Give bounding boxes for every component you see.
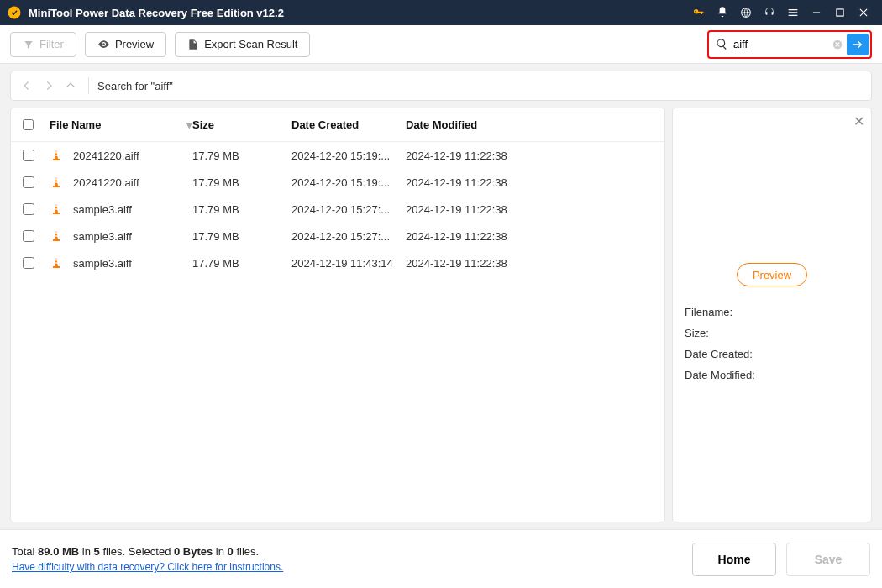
- globe-icon[interactable]: [734, 0, 758, 25]
- selected-bytes: 0 Bytes: [174, 545, 213, 558]
- maximize-icon[interactable]: [828, 0, 852, 25]
- breadcrumb: Search for "aiff": [97, 80, 173, 92]
- svg-point-5: [102, 43, 105, 45]
- svg-rect-8: [55, 152, 58, 153]
- file-modified: 2024-12-19 11:22:38: [406, 150, 549, 162]
- search-input[interactable]: [728, 38, 830, 50]
- svg-rect-9: [55, 155, 58, 155]
- table-row[interactable]: 20241220.aiff17.79 MB2024-12-20 15:19:..…: [11, 142, 664, 169]
- key-icon[interactable]: [687, 0, 711, 25]
- search-box: [707, 30, 872, 59]
- status-bar: Total 89.0 MB in 5 files. Selected 0 Byt…: [0, 529, 882, 588]
- menu-icon[interactable]: [781, 0, 805, 25]
- svg-rect-21: [55, 262, 58, 263]
- close-icon[interactable]: [852, 0, 875, 25]
- detail-modified-label: Date Modified:: [685, 369, 859, 381]
- export-icon: [187, 39, 199, 50]
- row-checkbox[interactable]: [23, 203, 34, 215]
- row-checkbox[interactable]: [23, 257, 34, 269]
- filter-icon: [23, 39, 34, 50]
- export-scan-result-button[interactable]: Export Scan Result: [175, 32, 310, 57]
- media-file-icon: [50, 176, 63, 189]
- bell-icon[interactable]: [711, 0, 734, 25]
- file-size: 17.79 MB: [192, 230, 291, 243]
- toolbar: Filter Preview Export Scan Result: [0, 25, 882, 64]
- file-created: 2024-12-20 15:27:...: [291, 203, 406, 216]
- file-size: 17.79 MB: [192, 257, 291, 270]
- home-button[interactable]: Home: [692, 543, 776, 576]
- select-all-checkbox[interactable]: [23, 119, 34, 130]
- file-name: sample3.aiff: [73, 257, 132, 270]
- file-modified: 2024-12-19 11:22:38: [406, 257, 549, 270]
- file-name: 20241220.aiff: [73, 176, 139, 189]
- svg-rect-3: [813, 12, 820, 13]
- file-name: sample3.aiff: [73, 230, 132, 243]
- preview-label: Preview: [115, 38, 154, 50]
- svg-rect-10: [53, 186, 60, 187]
- file-size: 17.79 MB: [192, 176, 291, 189]
- search-go-button[interactable]: [847, 34, 869, 55]
- minimize-icon[interactable]: [805, 0, 828, 25]
- total-prefix: Total: [12, 545, 38, 558]
- file-created: 2024-12-20 15:19:...: [291, 176, 406, 189]
- selected-files: 0: [228, 545, 234, 558]
- total-size: 89.0 MB: [38, 545, 79, 558]
- eye-icon: [97, 38, 110, 50]
- media-file-icon: [50, 229, 63, 243]
- titlebar: MiniTool Power Data Recovery Free Editio…: [0, 0, 882, 25]
- svg-rect-20: [55, 260, 58, 260]
- detail-size-label: Size:: [685, 327, 859, 339]
- svg-point-0: [8, 7, 21, 19]
- column-header-size[interactable]: Size: [192, 118, 291, 131]
- detail-preview-button[interactable]: Preview: [737, 263, 807, 286]
- svg-rect-18: [55, 235, 58, 236]
- app-title: MiniTool Power Data Recovery Free Editio…: [29, 7, 284, 19]
- table-row[interactable]: sample3.aiff17.79 MB2024-12-20 15:27:...…: [11, 196, 664, 223]
- filter-button[interactable]: Filter: [10, 32, 76, 57]
- svg-rect-15: [55, 208, 58, 209]
- file-modified: 2024-12-19 11:22:38: [406, 230, 549, 243]
- help-link[interactable]: Have difficulty with data recovery? Clic…: [12, 561, 283, 573]
- preview-button[interactable]: Preview: [85, 32, 166, 57]
- breadcrumb-bar: Search for "aiff": [10, 71, 872, 101]
- app-logo-icon: [7, 5, 22, 20]
- file-name: 20241220.aiff: [73, 150, 139, 162]
- detail-created-label: Date Created:: [685, 348, 859, 360]
- filter-label: Filter: [39, 38, 64, 50]
- svg-rect-11: [55, 179, 58, 180]
- nav-up-icon[interactable]: [61, 76, 80, 95]
- svg-rect-17: [55, 233, 58, 234]
- media-file-icon: [50, 202, 63, 216]
- row-checkbox[interactable]: [23, 230, 34, 242]
- media-file-icon: [50, 256, 63, 270]
- svg-rect-4: [837, 9, 843, 16]
- media-file-icon: [50, 149, 63, 162]
- file-modified: 2024-12-19 11:22:38: [406, 203, 549, 216]
- table-row[interactable]: sample3.aiff17.79 MB2024-12-20 15:27:...…: [11, 223, 664, 249]
- column-header-created[interactable]: Date Created: [291, 118, 406, 131]
- column-header-modified[interactable]: Date Modified: [406, 118, 549, 131]
- save-button[interactable]: Save: [786, 543, 870, 576]
- file-size: 17.79 MB: [192, 203, 291, 216]
- nav-forward-icon[interactable]: [39, 76, 58, 95]
- svg-point-1: [695, 11, 696, 13]
- total-files: 5: [94, 545, 100, 558]
- row-checkbox[interactable]: [23, 176, 34, 188]
- svg-rect-19: [53, 266, 60, 268]
- export-label: Export Scan Result: [204, 38, 297, 50]
- svg-rect-14: [55, 206, 58, 207]
- arrow-right-icon: [851, 38, 864, 51]
- table-row[interactable]: sample3.aiff17.79 MB2024-12-19 11:43:142…: [11, 249, 664, 276]
- svg-rect-12: [55, 181, 58, 182]
- file-modified: 2024-12-19 11:22:38: [406, 176, 549, 189]
- clear-search-icon[interactable]: [830, 37, 845, 52]
- nav-back-icon[interactable]: [18, 76, 36, 95]
- table-row[interactable]: 20241220.aiff17.79 MB2024-12-20 15:19:..…: [11, 169, 664, 196]
- headset-icon[interactable]: [758, 0, 781, 25]
- column-header-name[interactable]: File Name ▾: [50, 118, 192, 131]
- close-detail-icon[interactable]: ✕: [853, 113, 864, 129]
- file-list-header: File Name ▾ Size Date Created Date Modif…: [11, 108, 664, 142]
- detail-filename-label: Filename:: [685, 306, 859, 318]
- row-checkbox[interactable]: [23, 150, 34, 161]
- sort-caret-icon: ▾: [186, 118, 192, 131]
